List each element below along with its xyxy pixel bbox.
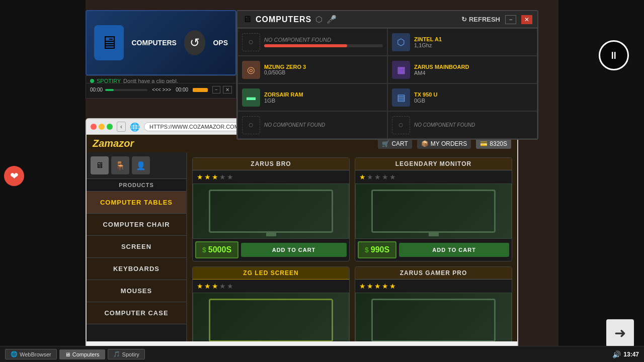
- shop-content: ZARUS BRO ★ ★ ★ ★ ★ $ 5000S: [187, 152, 517, 341]
- product-stars-zg-led: ★ ★ ★ ★ ★: [193, 280, 349, 293]
- zgp-star2: ★: [367, 282, 373, 290]
- cpu-sub: 1,1Ghz: [414, 42, 533, 48]
- product-card-zarus-bro: ZARUS BRO ★ ★ ★ ★ ★ $ 5000S: [192, 157, 350, 261]
- product-image-zarus-bro: [193, 184, 349, 239]
- hdd-info: MZUNG ZERO 3 0,0/50GB: [264, 64, 383, 75]
- products-grid: ZARUS BRO ★ ★ ★ ★ ★ $ 5000S: [192, 157, 512, 341]
- browser-minimize-dot[interactable]: [99, 124, 105, 130]
- comp-cell-no1: ○ NO COMPONENT FOUND: [237, 28, 387, 56]
- no-component-label-1: NO COMPONENT FOUND: [264, 37, 383, 43]
- products-section-label: PRODUCTS: [87, 179, 186, 192]
- music-progress-fill: [105, 89, 114, 91]
- comp-cell-ram: ▬ ZORSAIR RAM 1GB: [237, 83, 387, 111]
- music-minimize-btn[interactable]: −: [212, 86, 220, 94]
- zg-star1: ★: [197, 282, 203, 290]
- computers-close-btn[interactable]: ✕: [521, 15, 532, 24]
- sidebar-item-screen[interactable]: Screen: [87, 236, 186, 258]
- sidebar-icon-chair[interactable]: 🪑: [111, 156, 129, 174]
- music-close-btn[interactable]: ✕: [223, 86, 232, 94]
- zgp-star1: ★: [359, 282, 366, 290]
- no-component-icon-1: ○: [242, 33, 260, 51]
- refresh-button[interactable]: ↻ REFRESH: [461, 16, 500, 23]
- ram-info: ZORSAIR RAM 1GB: [264, 92, 383, 104]
- product-image-zarus-gamer-pro: [355, 293, 512, 341]
- computers-taskbar-label: Computers: [72, 351, 100, 357]
- zgp-star3: ★: [374, 282, 381, 290]
- taskbar-spotiry[interactable]: 🎵 Spotiry: [108, 349, 145, 359]
- progress-bar-1: [264, 44, 383, 47]
- sidebar-item-keyboards[interactable]: Keyboards: [87, 258, 186, 280]
- ram-sub: 1GB: [264, 98, 383, 104]
- computers-minimize-btn[interactable]: −: [505, 15, 516, 24]
- product-title-legendary-monitor: LEGENDARY MONITOR: [355, 158, 512, 170]
- ops-label: OPS: [213, 39, 228, 47]
- spotiry-icon: 🎵: [113, 351, 120, 357]
- sidebar-item-computer-chair[interactable]: COMPUTER CHAIR: [87, 214, 186, 236]
- sidebar-item-computer-case[interactable]: Computer Case: [87, 302, 186, 324]
- sidebar-item-computer-tables[interactable]: COMPUTER TABLES: [87, 192, 186, 214]
- add-cart-legendary-monitor[interactable]: ADD TO CART: [399, 243, 509, 257]
- no-component-icon-4: ○: [392, 116, 410, 134]
- shop-body: 🖥 🪑 👤 PRODUCTS COMPUTER TABLES COMPUTER …: [87, 152, 517, 341]
- product-title-zg-led: ZG LED SCREEN: [193, 267, 349, 280]
- computers-titlebar: 🖥 COMPUTERS ⬡ 🎤 ↻ REFRESH − ✕: [237, 11, 537, 28]
- pause-button[interactable]: ⏸: [599, 40, 629, 70]
- circuit-icon: ⬡: [315, 15, 323, 24]
- music-time-end: 00:00: [176, 87, 188, 93]
- browser-window-controls: [91, 124, 113, 130]
- add-cart-zarus-bro[interactable]: ADD TO CART: [241, 243, 347, 257]
- health-icon: ❤: [4, 166, 24, 186]
- gpu-sub: 0GB: [414, 98, 533, 104]
- browser-back-btn[interactable]: ‹: [117, 122, 126, 132]
- top-panel: 🖥 COMPUTERS ↺ OPS: [86, 10, 236, 75]
- music-controls[interactable]: <<< >>>: [152, 87, 171, 93]
- monitor-shape-zarus-bro: [209, 190, 333, 233]
- mic-icon: 🎤: [327, 15, 337, 24]
- taskbar-computers[interactable]: 🖥 Computers: [59, 349, 105, 359]
- ops-icon: ↺: [184, 30, 205, 55]
- music-bar: 00:00 <<< >>> 00:00 − ✕: [86, 83, 236, 99]
- mb-icon: ▦: [392, 61, 410, 79]
- no-component-info-3: NO COMPONENT FOUND: [264, 122, 383, 128]
- product-card-legendary-monitor: LEGENDARY MONITOR ★ ★ ★ ★ ★ $ 9: [355, 157, 512, 261]
- shop-title: Zamazor: [93, 138, 134, 149]
- mb-info: ZARUS MAINBOARD AM4: [414, 64, 533, 76]
- sidebar-item-mouses[interactable]: Mouses: [87, 280, 186, 302]
- zgp-star5: ★: [389, 282, 396, 290]
- price-zarus-bro: $ 5000S: [195, 241, 238, 258]
- sidebar-icon-computer[interactable]: 🖥: [91, 156, 109, 174]
- shop-header-right: 🛒 CART 📦 MY ORDERS 💳 8320S: [378, 139, 511, 149]
- volume-icon[interactable]: 🔊: [612, 350, 621, 358]
- star3: ★: [212, 173, 218, 181]
- balance-value: 8320S: [490, 140, 507, 147]
- cart-button[interactable]: 🛒 CART: [378, 139, 412, 149]
- exit-icon: ➜: [614, 325, 626, 341]
- orders-button[interactable]: 📦 MY ORDERS: [417, 139, 471, 149]
- spotiry-label: Spotiry: [122, 351, 139, 357]
- price-value-zarus-bro: 5000S: [208, 245, 231, 254]
- sidebar-icon-person[interactable]: 👤: [132, 156, 150, 174]
- browser-maximize-dot[interactable]: [107, 124, 113, 130]
- comp-cell-no3: ○ NO COMPONENT FOUND: [237, 111, 387, 139]
- orders-icon: 📦: [421, 140, 429, 147]
- taskbar: 🌐 WebBrowser 🖥 Computers 🎵 Spotiry 🔊 13:…: [0, 346, 644, 362]
- zg-star5: ★: [227, 282, 233, 290]
- dollar-icon-1: $: [202, 246, 206, 254]
- heart-icon: ❤: [10, 170, 19, 182]
- clock-display: 13:47: [623, 351, 639, 358]
- monitor-shape-zarus-gamer-pro: [371, 299, 496, 341]
- comp-cell-hdd: ◎ MZUNG ZERO 3 0,0/50GB: [237, 56, 387, 83]
- balance-display: 💳 8320S: [476, 139, 511, 149]
- lm-star4: ★: [382, 173, 388, 181]
- taskbar-webbrowser[interactable]: 🌐 WebBrowser: [5, 349, 57, 359]
- zgp-star4: ★: [382, 282, 388, 290]
- product-stars-zarus-gamer-pro: ★ ★ ★ ★ ★: [355, 280, 512, 293]
- music-progress-bar: [105, 89, 147, 91]
- comp-cell-gpu: ▤ TX 950 U 0GB: [387, 83, 537, 111]
- product-image-zg-led: [193, 293, 349, 341]
- cart-icon: 🛒: [382, 140, 389, 147]
- browser-close-dot[interactable]: [91, 124, 97, 130]
- gpu-icon: ▤: [392, 88, 410, 107]
- shop-sidebar: 🖥 🪑 👤 PRODUCTS COMPUTER TABLES COMPUTER …: [87, 152, 187, 341]
- exit-button[interactable]: ➜: [606, 319, 634, 347]
